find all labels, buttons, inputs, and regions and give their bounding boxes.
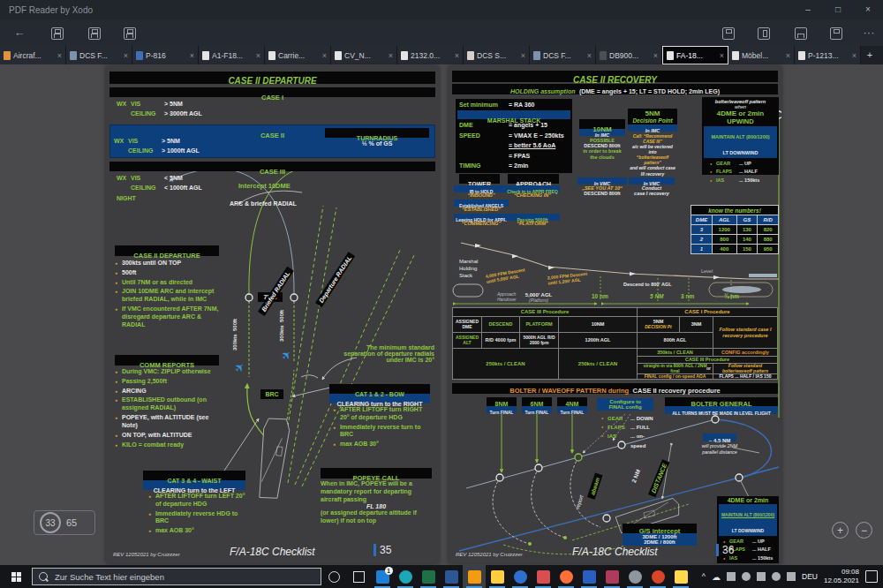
- tab-close-icon[interactable]: ×: [124, 51, 128, 60]
- cortana-icon: [328, 571, 340, 583]
- back-icon[interactable]: ←: [12, 26, 26, 40]
- firefox-icon: [560, 570, 573, 584]
- cortana-button[interactable]: [321, 565, 346, 588]
- tab-db900[interactable]: DB900...×: [596, 46, 662, 64]
- taskbar-sticky-notes[interactable]: [669, 565, 692, 588]
- tab-close-icon[interactable]: ×: [786, 51, 790, 60]
- tab-2132[interactable]: 2132.0...×: [397, 46, 464, 64]
- page-navigation-widget[interactable]: 33 65: [34, 510, 95, 535]
- save-copy-icon[interactable]: [124, 27, 136, 40]
- tray-chevron-icon[interactable]: ^: [702, 572, 706, 581]
- tick-3nm: 3 nm: [681, 293, 694, 299]
- tray-security-icon[interactable]: [742, 572, 751, 581]
- photos-icon: [583, 570, 596, 584]
- tray-network-icon[interactable]: [757, 572, 766, 581]
- tab-dcs-s[interactable]: DCS S...×: [464, 46, 530, 64]
- document-info-icon[interactable]: [830, 27, 842, 40]
- tray-volume-icon[interactable]: [772, 572, 781, 581]
- excel-icon: [422, 570, 435, 584]
- window-title: PDF Reader by Xodo: [9, 5, 93, 15]
- tab-p1213[interactable]: P-1213...×: [795, 46, 861, 64]
- page-number: 36: [716, 544, 734, 556]
- tab-dcs-f-1[interactable]: DCS F...×: [66, 46, 132, 64]
- right-page-title-bar: CASE II RECOVERY: [452, 71, 778, 82]
- tab-fa-18-active[interactable]: FA-18...×: [662, 46, 728, 64]
- tab-close-icon[interactable]: ×: [322, 51, 327, 60]
- case2-departure-header: CASE II DEPARTURE: [115, 245, 219, 256]
- tab-close-icon[interactable]: ×: [521, 51, 525, 60]
- taskbar-photos[interactable]: [577, 565, 600, 588]
- taskbar-todo[interactable]: [509, 565, 532, 588]
- tab-close-icon[interactable]: ×: [587, 51, 592, 60]
- revision-note: REV 12052021 by Cruizzzer: [456, 552, 523, 557]
- total-pages: 65: [66, 517, 77, 528]
- tab-moebel[interactable]: Möbel...×: [728, 46, 795, 64]
- save-icon[interactable]: [51, 27, 64, 40]
- action-center-icon[interactable]: [865, 570, 878, 583]
- zoom-out-button[interactable]: −: [856, 522, 872, 539]
- taskbar-search-input[interactable]: [53, 571, 314, 583]
- tab-carrie[interactable]: Carrie...×: [265, 46, 331, 64]
- tab-aircraf[interactable]: Aircraf...×: [0, 46, 66, 64]
- annotate-icon[interactable]: [722, 27, 735, 40]
- taskbar-edge[interactable]: [394, 565, 417, 588]
- tab-favicon: [600, 51, 607, 60]
- tab-close-icon[interactable]: ×: [57, 51, 62, 60]
- snipping-tool-icon: [537, 570, 550, 584]
- tray-display-icon[interactable]: [727, 572, 736, 581]
- tab-favicon: [401, 51, 408, 60]
- taskbar-app2[interactable]: [646, 565, 669, 588]
- taskbar-word[interactable]: [440, 565, 463, 588]
- export-icon[interactable]: [88, 27, 101, 40]
- tab-favicon: [335, 51, 342, 60]
- minimize-button[interactable]: –: [793, 0, 823, 19]
- overflow-menu-icon[interactable]: ···: [862, 26, 876, 40]
- reading-view-icon[interactable]: [758, 27, 770, 40]
- tab-close-icon[interactable]: ×: [455, 51, 459, 60]
- tab-a1-f18[interactable]: A1-F18...×: [199, 46, 265, 64]
- descend-800-label: Descend to 800' AGL: [623, 282, 672, 287]
- tab-favicon: [4, 51, 11, 60]
- tab-close-icon[interactable]: ×: [720, 51, 724, 60]
- taskbar-excel[interactable]: [417, 565, 440, 588]
- taskbar-xodo-pdf[interactable]: [463, 565, 486, 588]
- taskbar-mail[interactable]: 1: [371, 565, 394, 588]
- document-viewport[interactable]: CASE II DEPARTURE CASE I WXVIS> 5NM CEIL…: [0, 64, 883, 565]
- tab-close-icon[interactable]: ×: [653, 51, 658, 60]
- taskbar-snipping-tool[interactable]: [532, 565, 555, 588]
- tick-5nm: 5 NM: [650, 293, 664, 299]
- language-indicator[interactable]: DEU: [802, 572, 818, 581]
- tray-pen-icon[interactable]: [787, 572, 796, 581]
- new-tab-button[interactable]: +: [861, 46, 879, 64]
- tab-close-icon[interactable]: ×: [256, 51, 260, 60]
- clock[interactable]: 09:08 12.05.2021: [824, 568, 859, 584]
- tab-close-icon[interactable]: ×: [852, 51, 857, 60]
- onedrive-cloud-icon[interactable]: ☁: [712, 572, 721, 582]
- turn-box-4nm: 4NM Turn FINAL: [557, 397, 587, 413]
- platform-label: 5,000' AGL (Platform): [523, 292, 555, 303]
- 5nm-block: 5NM Decision Point In IMC Call: “Recomme…: [628, 109, 677, 177]
- tab-cv-n[interactable]: CV_N...×: [331, 46, 397, 64]
- taskbar-firefox[interactable]: [555, 565, 577, 588]
- tab-close-icon[interactable]: ×: [389, 51, 393, 60]
- or-label: or: [706, 366, 711, 371]
- current-page-indicator[interactable]: 33: [40, 512, 61, 533]
- taskbar-search[interactable]: [32, 568, 321, 585]
- close-button[interactable]: ×: [853, 0, 883, 19]
- maximize-button[interactable]: □: [823, 0, 853, 19]
- case3-header-bar: CASE III: [109, 162, 435, 171]
- tower-rows: IB to HOLD “INBOUND” Established ANGELS …: [454, 185, 509, 226]
- tab-close-icon[interactable]: ×: [190, 51, 194, 60]
- document-search-icon[interactable]: [795, 27, 807, 40]
- date: 12.05.2021: [824, 577, 859, 585]
- turn-box-6nm: 6NM Turn FINAL: [522, 397, 552, 413]
- tab-dcs-f-2[interactable]: DCS F...×: [530, 46, 596, 64]
- zoom-in-button[interactable]: +: [832, 522, 849, 539]
- tab-favicon: [136, 51, 143, 60]
- task-view-button[interactable]: [346, 565, 371, 588]
- taskbar-app[interactable]: [600, 565, 623, 588]
- taskbar-file-explorer[interactable]: [486, 565, 509, 588]
- taskbar-settings[interactable]: [623, 565, 646, 588]
- start-button[interactable]: [0, 565, 32, 588]
- tab-p816[interactable]: P-816×: [132, 46, 199, 64]
